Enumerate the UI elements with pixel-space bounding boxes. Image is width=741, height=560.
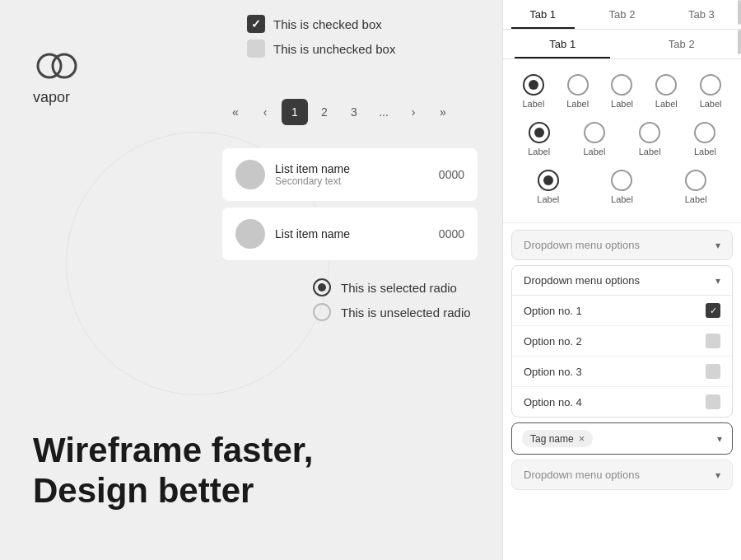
icon-circle-2-2[interactable] — [584, 122, 605, 143]
list-item-2[interactable]: List item name 0000 — [222, 208, 478, 260]
tab-2-row2[interactable]: Tab 2 — [622, 30, 742, 58]
icon-label-3-3: Label — [685, 194, 707, 204]
radio-selected-row[interactable]: This is selected radio — [313, 278, 471, 296]
chevron-up-icon-2: ▾ — [715, 275, 720, 287]
dropdown-option-2[interactable]: Option no. 2 — [512, 326, 732, 357]
radio-selected[interactable] — [313, 278, 331, 296]
logo-area: vapor — [33, 49, 82, 106]
dropdown-option-4[interactable]: Option no. 4 — [512, 387, 732, 417]
dropdown-option-3[interactable]: Option no. 3 — [512, 357, 732, 387]
dropdown-1[interactable]: Dropdown menu options ▾ — [511, 230, 733, 260]
tag-close-icon[interactable]: × — [579, 432, 585, 445]
icon-item-1-2[interactable]: Label — [562, 69, 594, 114]
checkboxes-section: This is checked box This is unchecked bo… — [247, 8, 395, 64]
icon-circle-1-1[interactable] — [523, 74, 544, 96]
icon-grid-row-2: Label Label Label Label — [511, 117, 733, 161]
pagination-right[interactable]: › — [400, 99, 426, 125]
pagination-double-left[interactable]: « — [222, 99, 249, 125]
chevron-down-icon-tag: ▾ — [717, 433, 722, 445]
icon-label-2-1: Label — [528, 147, 550, 156]
icon-item-3-3[interactable]: Label — [680, 165, 712, 209]
list-section: List item name Secondary text 0000 List … — [222, 148, 478, 267]
icon-circle-2-4[interactable] — [694, 122, 715, 143]
dropdown-section: Dropdown menu options ▾ Dropdown menu op… — [503, 223, 741, 497]
dropdown-2-open: Dropdown menu options ▾ Option no. 1 ✓ O… — [511, 265, 733, 418]
scrollbar-2[interactable] — [738, 30, 741, 54]
icon-item-3-2[interactable]: Label — [606, 165, 638, 209]
icon-item-1-3[interactable]: Label — [606, 69, 638, 114]
checkbox-checked[interactable] — [247, 15, 265, 33]
icon-item-2-2[interactable]: Label — [578, 117, 610, 161]
checkbox-unchecked-row[interactable]: This is unchecked box — [247, 40, 395, 58]
icon-grid-row-1: Label Label Label Label Label — [511, 69, 733, 114]
scrollbar-1[interactable] — [738, 0, 741, 25]
option-4-checkbox[interactable] — [706, 394, 720, 409]
list-secondary-1: Secondary text — [275, 175, 429, 187]
icon-item-1-4[interactable]: Label — [650, 69, 683, 114]
icon-label-3-2: Label — [611, 194, 633, 204]
icon-label-1-2: Label — [566, 99, 589, 109]
checkbox-unchecked[interactable] — [247, 40, 265, 58]
chevron-down-icon-last: ▾ — [715, 469, 720, 481]
checkbox-checked-label: This is checked box — [273, 17, 382, 31]
icon-label-3-1: Label — [537, 194, 559, 204]
radio-unselected[interactable] — [313, 303, 331, 321]
tabs-row-1: Tab 1 Tab 2 Tab 3 — [503, 0, 741, 30]
icon-label-2-4: Label — [694, 147, 716, 156]
checkbox-checked-row[interactable]: This is checked box — [247, 15, 395, 33]
hero-text: Wireframe faster,Design better — [33, 431, 313, 511]
radio-unselected-row[interactable]: This is unselected radio — [313, 303, 471, 321]
icon-label-1-4: Label — [655, 99, 678, 109]
icon-circle-3-1[interactable] — [538, 170, 559, 191]
pagination-double-right[interactable]: » — [430, 99, 456, 125]
list-name-1: List item name — [275, 162, 429, 175]
logo-icon — [33, 49, 82, 82]
icon-circle-3-3[interactable] — [685, 170, 706, 191]
icon-label-2-3: Label — [639, 147, 661, 156]
checkbox-unchecked-label: This is unchecked box — [273, 42, 395, 56]
tag-dropdown[interactable]: Tag name × ▾ — [511, 422, 733, 455]
tag-label: Tag name — [530, 433, 574, 445]
icon-item-3-1[interactable]: Label — [532, 165, 564, 209]
option-3-label: Option no. 3 — [524, 366, 582, 378]
radio-section: This is selected radio This is unselecte… — [313, 272, 471, 328]
icon-circle-1-3[interactable] — [611, 74, 632, 96]
pagination-left[interactable]: ‹ — [252, 99, 278, 125]
icon-item-1-5[interactable]: Label — [695, 69, 727, 114]
icon-label-2-2: Label — [583, 147, 605, 156]
icon-label-1-5: Label — [700, 99, 722, 109]
radio-unselected-label: This is unselected radio — [341, 306, 471, 320]
icon-grid-row-3: Label Label Label — [511, 165, 733, 209]
pagination-page-3[interactable]: 3 — [341, 99, 367, 125]
icon-circle-2-3[interactable] — [639, 122, 660, 143]
tab-3-row1[interactable]: Tab 3 — [662, 0, 741, 29]
icon-circle-3-2[interactable] — [611, 170, 632, 191]
option-2-label: Option no. 2 — [524, 335, 582, 348]
option-2-checkbox[interactable] — [706, 334, 720, 348]
option-3-checkbox[interactable] — [706, 364, 720, 379]
icon-label-1-3: Label — [611, 99, 633, 109]
option-1-checkbox[interactable]: ✓ — [706, 303, 720, 318]
icon-item-2-4[interactable]: Label — [689, 117, 721, 161]
tab-1-row1[interactable]: Tab 1 — [503, 0, 582, 29]
icon-circle-2-1[interactable] — [529, 122, 550, 143]
dropdown-option-1[interactable]: Option no. 1 ✓ — [512, 296, 732, 326]
list-item-1[interactable]: List item name Secondary text 0000 — [222, 148, 478, 201]
dropdown-2-header[interactable]: Dropdown menu options ▾ — [512, 266, 732, 296]
icon-item-2-1[interactable]: Label — [523, 117, 555, 161]
pagination-page-2[interactable]: 2 — [311, 99, 338, 125]
tag-chip: Tag name × — [522, 430, 593, 447]
icon-label-1-1: Label — [522, 99, 544, 109]
radio-selected-label: This is selected radio — [341, 281, 457, 295]
tab-1-row2[interactable]: Tab 1 — [503, 30, 622, 58]
icon-item-2-3[interactable]: Label — [634, 117, 666, 161]
icon-item-1-1[interactable]: Label — [517, 69, 549, 114]
dropdown-last[interactable]: Dropdown menu options ▾ — [511, 460, 733, 490]
tab-2-row1[interactable]: Tab 2 — [582, 0, 661, 29]
icon-circle-1-2[interactable] — [567, 74, 589, 96]
tabs-row-2: Tab 1 Tab 2 — [503, 30, 741, 59]
icon-circle-1-5[interactable] — [700, 74, 721, 96]
icon-circle-1-4[interactable] — [655, 74, 677, 96]
pagination-page-1[interactable]: 1 — [282, 99, 308, 125]
dropdown-2-header-text: Dropdown menu options — [524, 274, 640, 287]
